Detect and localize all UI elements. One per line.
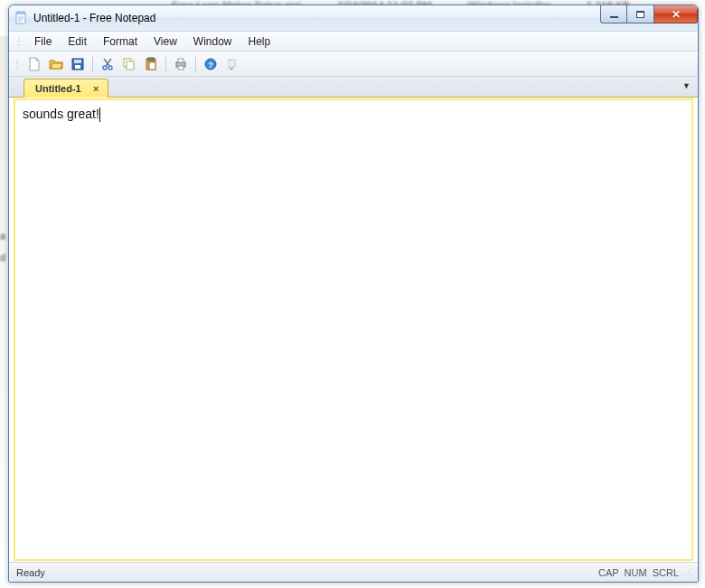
app-window: Untitled-1 - Free Notepad ✕ ⋮ File Edit … [8,5,699,583]
window-title: Untitled-1 - Free Notepad [33,12,155,24]
toolbar-separator [92,56,93,72]
document-tabstrip: Untitled-1 × ▼ [9,77,698,98]
menu-file[interactable]: File [26,33,60,51]
status-scrl: SCRL [653,567,679,578]
text-editor[interactable]: sounds great! [15,100,691,559]
tab-close-button[interactable]: × [90,83,102,95]
status-ready: Ready [16,567,45,578]
svg-point-10 [103,66,107,70]
svg-rect-13 [127,61,134,70]
maximize-button[interactable] [627,5,654,23]
text-cursor [99,107,100,122]
app-icon [14,11,29,25]
svg-rect-16 [149,62,155,70]
status-cap: CAP [598,567,619,578]
bg-left-text: ad [0,230,5,263]
toolbar-grip-icon: ⋮ [13,59,21,69]
tab-untitled-1[interactable]: Untitled-1 × [24,79,108,98]
copy-button[interactable] [119,54,139,74]
svg-rect-19 [178,66,183,70]
new-file-icon [27,57,42,71]
print-button[interactable] [171,54,191,74]
print-icon [174,57,188,71]
new-button[interactable] [24,54,44,74]
toolbar-options-button[interactable] [222,54,242,74]
svg-rect-1 [16,12,25,14]
menu-edit[interactable]: Edit [60,33,95,51]
chevron-down-icon [228,57,237,71]
close-button[interactable]: ✕ [654,5,698,23]
save-button[interactable] [68,54,88,74]
save-disk-icon [70,57,85,71]
menubar-grip-icon: ⋮ [14,36,23,46]
tab-label: Untitled-1 [35,83,81,94]
titlebar[interactable]: Untitled-1 - Free Notepad ✕ [9,5,698,32]
help-button[interactable]: ? [201,54,221,74]
paste-button[interactable] [141,54,161,74]
svg-rect-18 [178,59,183,62]
cut-scissors-icon [100,57,115,71]
paste-clipboard-icon [144,57,158,71]
statusbar: Ready CAP NUM SCRL ⋰ [9,562,698,582]
copy-icon [122,57,136,71]
menubar: ⋮ File Edit Format View Window Help [9,32,698,51]
help-icon: ? [203,57,218,71]
open-button[interactable] [46,54,66,74]
minimize-icon [610,16,618,18]
toolbar: ⋮ ? [9,51,698,77]
minimize-button[interactable] [600,5,627,23]
svg-point-11 [108,66,112,70]
editor-content: sounds great! [23,107,99,121]
menu-help[interactable]: Help [240,33,279,51]
svg-rect-15 [148,58,154,61]
toolbar-separator [195,56,196,72]
svg-rect-7 [75,65,80,69]
close-icon: ✕ [672,8,681,21]
open-folder-icon [49,57,63,71]
menu-view[interactable]: View [146,33,185,51]
svg-text:?: ? [208,61,213,70]
maximize-icon [636,11,644,18]
menu-window[interactable]: Window [185,33,240,51]
toolbar-separator [165,56,166,72]
svg-rect-22 [228,60,235,67]
svg-rect-6 [74,60,81,63]
resize-grip-icon[interactable]: ⋰ [684,568,691,577]
menu-format[interactable]: Format [95,33,146,51]
editor-frame: sounds great! [14,98,693,561]
tab-overflow-button[interactable]: ▼ [682,81,691,90]
cut-button[interactable] [98,54,118,74]
window-control-group: ✕ [600,5,698,23]
status-num: NUM [625,567,647,578]
